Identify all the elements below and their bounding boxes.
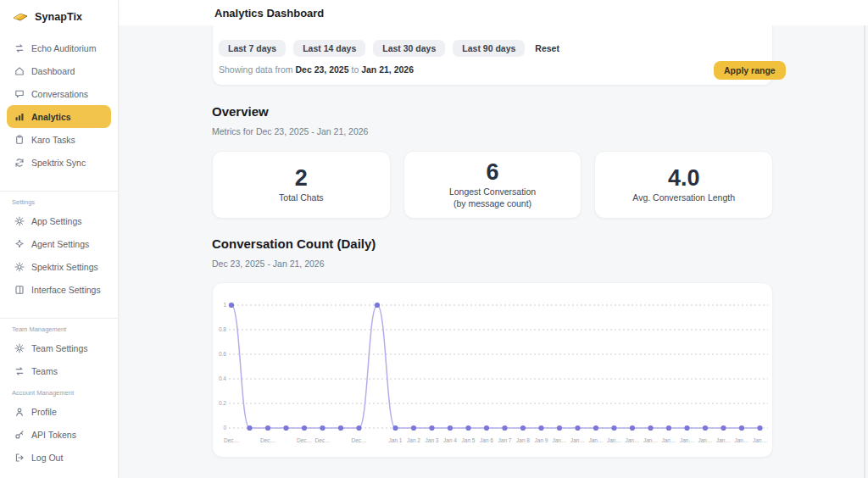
y-axis-tick: 0.8 <box>219 326 226 332</box>
sidebar-item-label: Agent Settings <box>31 239 89 249</box>
apply-range-button[interactable]: Apply range <box>714 61 786 80</box>
data-point-jan-11[interactable] <box>575 425 580 431</box>
sidebar-item-karo-tasks[interactable]: Karo Tasks <box>7 128 111 151</box>
sidebar-item-echo-auditorium[interactable]: Echo Auditorium <box>7 36 111 59</box>
data-point-jan-1[interactable] <box>392 425 398 431</box>
sidebar-section-label-team-management: Team Management <box>0 325 118 333</box>
sidebar-item-agent-settings[interactable]: Agent Settings <box>7 232 111 255</box>
data-point-jan-2[interactable] <box>411 425 416 431</box>
x-axis-tick: Dec… <box>224 437 239 443</box>
y-axis-tick: 0.2 <box>219 400 226 406</box>
data-point-dec-30[interactable] <box>356 425 361 431</box>
swap-icon <box>14 43 25 53</box>
gear-icon <box>14 262 25 272</box>
quick-range-button-last-90-days[interactable]: Last 90 days <box>453 40 525 57</box>
data-point-jan-15[interactable] <box>648 425 653 431</box>
metric-card-total-chats: 2Total Chats <box>212 151 391 219</box>
data-point-jan-19[interactable] <box>721 425 726 431</box>
data-point-jan-4[interactable] <box>448 425 453 431</box>
key-icon <box>14 430 25 440</box>
bar-chart-icon <box>14 112 25 122</box>
sidebar-item-interface-settings[interactable]: Interface Settings <box>7 278 111 301</box>
sidebar-item-conversations[interactable]: Conversations <box>7 82 111 105</box>
data-point-jan-16[interactable] <box>666 425 671 431</box>
sidebar-item-spektrix-sync[interactable]: Spektrix Sync <box>7 151 111 174</box>
data-point-jan-20[interactable] <box>739 425 744 431</box>
x-axis-tick: Dec… <box>351 437 366 443</box>
data-point-jan-17[interactable] <box>684 425 689 431</box>
metric-label: Avg. Conversation Length <box>632 192 735 204</box>
conversation-count-chart: 10.80.60.40.20Dec…Dec…Dec…Dec…Dec…Jan 1J… <box>213 283 773 458</box>
brand-row[interactable]: SynapTix <box>0 0 118 25</box>
data-point-dec-24[interactable] <box>247 425 252 431</box>
data-point-jan-6[interactable] <box>484 425 489 431</box>
sidebar-item-spektrix-settings[interactable]: Spektrix Settings <box>7 255 111 278</box>
x-axis-tick: Jan… <box>643 437 658 443</box>
data-point-jan-7[interactable] <box>502 425 507 431</box>
sidebar-item-teams[interactable]: Teams <box>7 359 111 382</box>
x-axis-tick: Jan 6 <box>480 437 493 443</box>
data-point-jan-18[interactable] <box>703 425 708 431</box>
metric-value: 4.0 <box>668 166 700 190</box>
x-axis-tick: Jan… <box>662 437 676 443</box>
x-axis-tick: Dec… <box>314 437 330 443</box>
y-axis-tick: 0.4 <box>219 375 226 381</box>
x-axis-tick: Dec… <box>297 437 312 443</box>
data-point-jan-12[interactable] <box>593 425 598 431</box>
data-point-dec-25[interactable] <box>265 425 270 431</box>
overview-title: Overview <box>212 104 269 119</box>
data-point-dec-26[interactable] <box>283 425 288 431</box>
data-point-jan-9[interactable] <box>538 425 543 431</box>
x-axis-tick: Jan 5 <box>462 437 476 443</box>
chart-title: Conversation Count (Daily) <box>212 236 376 251</box>
sidebar-item-label: Spektrix Settings <box>31 262 98 272</box>
data-point-jan-8[interactable] <box>520 425 526 431</box>
x-axis-tick: Jan 2 <box>407 437 420 443</box>
layout-icon <box>14 285 25 295</box>
data-point-dec-29[interactable] <box>338 425 343 431</box>
data-point-jan-3[interactable] <box>429 425 434 431</box>
clipboard-icon <box>14 135 25 145</box>
logout-icon <box>14 453 25 463</box>
sidebar-item-label: Team Settings <box>31 343 88 353</box>
data-point-dec-23[interactable] <box>229 303 234 308</box>
data-point-jan-10[interactable] <box>557 425 562 431</box>
sidebar-item-profile[interactable]: Profile <box>7 400 111 423</box>
x-axis-tick: Jan… <box>626 437 640 443</box>
data-point-dec-28[interactable] <box>320 425 325 431</box>
sidebar-item-dashboard[interactable]: Dashboard <box>7 59 111 82</box>
metric-sublabel: (by message count) <box>453 198 531 210</box>
sidebar-item-label: Dashboard <box>31 66 75 76</box>
sidebar-section-label-settings: Settings <box>0 198 118 206</box>
data-point-dec-31[interactable] <box>375 303 380 308</box>
sidebar-divider <box>0 191 118 192</box>
quick-range-button-last-7-days[interactable]: Last 7 days <box>219 40 286 57</box>
sidebar-item-label: Interface Settings <box>31 285 101 295</box>
synaptix-logo-icon <box>12 11 29 23</box>
x-axis-tick: Jan… <box>553 437 567 443</box>
data-point-dec-27[interactable] <box>302 425 307 431</box>
data-point-jan-5[interactable] <box>465 425 470 431</box>
user-icon <box>14 407 25 417</box>
quick-range-button-last-30-days[interactable]: Last 30 days <box>373 40 445 57</box>
top-header: Analytics Dashboard <box>119 0 868 25</box>
sidebar-item-team-settings[interactable]: Team Settings <box>7 336 111 359</box>
sidebar-item-app-settings[interactable]: App Settings <box>7 209 111 232</box>
data-point-jan-21[interactable] <box>757 425 762 431</box>
gear-icon <box>14 343 25 353</box>
data-point-jan-14[interactable] <box>630 425 635 431</box>
series-line <box>231 305 760 428</box>
overview-subtitle: Metrics for Dec 23, 2025 - Jan 21, 2026 <box>212 126 368 136</box>
sidebar-item-label: Profile <box>31 407 57 417</box>
sidebar-item-analytics[interactable]: Analytics <box>7 105 111 128</box>
data-point-jan-13[interactable] <box>611 425 616 431</box>
sidebar-item-label: App Settings <box>31 216 82 226</box>
sidebar-divider <box>0 318 118 319</box>
scrollbar[interactable] <box>864 25 865 478</box>
sidebar-item-api-tokens[interactable]: API Tokens <box>7 423 111 446</box>
reset-button[interactable]: Reset <box>535 43 559 53</box>
metric-value: 6 <box>486 160 498 184</box>
quick-range-button-last-14-days[interactable]: Last 14 days <box>293 40 365 57</box>
sidebar-item-log-out[interactable]: Log Out <box>7 446 111 469</box>
brand-name: SynapTix <box>35 11 82 23</box>
